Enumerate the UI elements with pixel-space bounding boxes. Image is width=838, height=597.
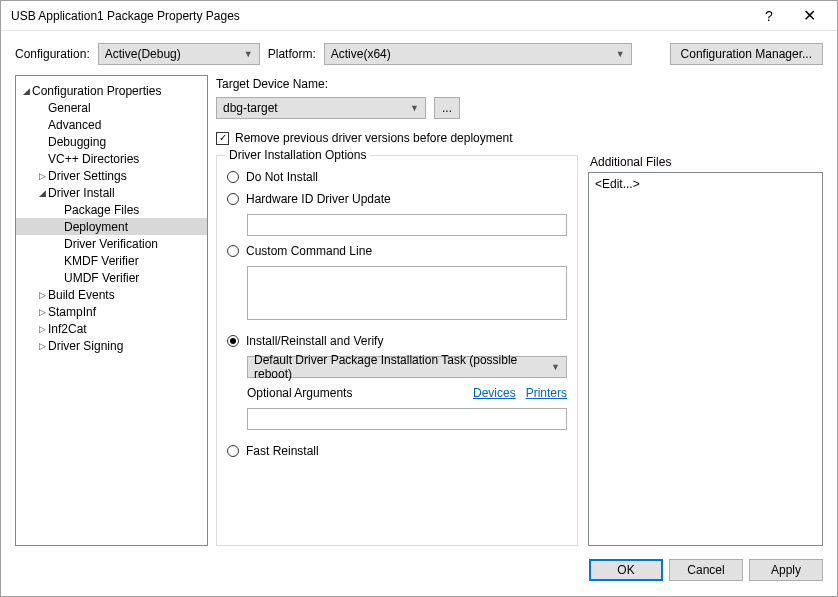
- tree-item-label: StampInf: [48, 305, 96, 319]
- close-button[interactable]: ✕: [789, 2, 829, 30]
- tree-item-label: Inf2Cat: [48, 322, 87, 336]
- expand-collapse-icon[interactable]: ◢: [36, 188, 48, 198]
- expand-collapse-icon[interactable]: ▷: [36, 290, 48, 300]
- hardware-id-input[interactable]: [247, 214, 567, 236]
- expand-collapse-icon[interactable]: ▷: [36, 324, 48, 334]
- tree-item[interactable]: ▷Build Events: [16, 286, 207, 303]
- tree-item-label: Advanced: [48, 118, 101, 132]
- tree-item-label: Deployment: [64, 220, 128, 234]
- configuration-label: Configuration:: [15, 47, 90, 61]
- title-bar: USB Application1 Package Property Pages …: [1, 1, 837, 31]
- optional-args-label: Optional Arguments: [247, 386, 352, 400]
- remove-previous-label: Remove previous driver versions before d…: [235, 131, 512, 145]
- expand-collapse-icon[interactable]: ◢: [20, 86, 32, 96]
- radio-install-reinstall[interactable]: [227, 335, 239, 347]
- radio-hardware-id[interactable]: [227, 193, 239, 205]
- tree-item[interactable]: KMDF Verifier: [16, 252, 207, 269]
- property-tree[interactable]: ◢ Configuration Properties GeneralAdvanc…: [15, 75, 208, 546]
- printers-link[interactable]: Printers: [526, 386, 567, 400]
- tree-item[interactable]: ▷Driver Settings: [16, 167, 207, 184]
- radio-do-not-install[interactable]: [227, 171, 239, 183]
- tree-item[interactable]: Driver Verification: [16, 235, 207, 252]
- configuration-manager-button[interactable]: Configuration Manager...: [670, 43, 823, 65]
- radio-custom-cmd[interactable]: [227, 245, 239, 257]
- tree-item-label: UMDF Verifier: [64, 271, 139, 285]
- content-pane: Target Device Name: dbg-target ▼ ... ✓ R…: [216, 75, 823, 546]
- configuration-combo[interactable]: Active(Debug) ▼: [98, 43, 260, 65]
- window-title: USB Application1 Package Property Pages: [11, 9, 749, 23]
- tree-item[interactable]: ▷StampInf: [16, 303, 207, 320]
- platform-label: Platform:: [268, 47, 316, 61]
- configuration-bar: Configuration: Active(Debug) ▼ Platform:…: [1, 31, 837, 75]
- cancel-button[interactable]: Cancel: [669, 559, 743, 581]
- tree-item-label: Driver Install: [48, 186, 115, 200]
- target-device-label: Target Device Name:: [216, 77, 823, 91]
- additional-files-list[interactable]: <Edit...>: [588, 172, 823, 546]
- platform-combo[interactable]: Active(x64) ▼: [324, 43, 632, 65]
- ok-button[interactable]: OK: [589, 559, 663, 581]
- tree-item[interactable]: ▷Driver Signing: [16, 337, 207, 354]
- remove-previous-checkbox[interactable]: ✓: [216, 132, 229, 145]
- target-device-combo[interactable]: dbg-target ▼: [216, 97, 426, 119]
- tree-item[interactable]: UMDF Verifier: [16, 269, 207, 286]
- tree-root[interactable]: ◢ Configuration Properties: [16, 82, 207, 99]
- tree-item[interactable]: Debugging: [16, 133, 207, 150]
- tree-item[interactable]: General: [16, 99, 207, 116]
- tree-item-label: Driver Signing: [48, 339, 123, 353]
- chevron-down-icon: ▼: [244, 49, 253, 59]
- tree-item[interactable]: ◢Driver Install: [16, 184, 207, 201]
- expand-collapse-icon[interactable]: ▷: [36, 307, 48, 317]
- tree-item[interactable]: Advanced: [16, 116, 207, 133]
- chevron-down-icon: ▼: [616, 49, 625, 59]
- help-button[interactable]: ?: [749, 2, 789, 30]
- tree-item[interactable]: Package Files: [16, 201, 207, 218]
- tree-item-label: General: [48, 101, 91, 115]
- tree-item-label: Driver Verification: [64, 237, 158, 251]
- tree-item-label: Package Files: [64, 203, 139, 217]
- driver-install-options-group: Driver Installation Options Do Not Insta…: [216, 155, 578, 546]
- optional-args-input[interactable]: [247, 408, 567, 430]
- dialog-footer: OK Cancel Apply: [1, 556, 837, 596]
- tree-item-label: KMDF Verifier: [64, 254, 139, 268]
- chevron-down-icon: ▼: [551, 362, 560, 372]
- chevron-down-icon: ▼: [410, 103, 419, 113]
- tree-item-label: VC++ Directories: [48, 152, 139, 166]
- expand-collapse-icon[interactable]: ▷: [36, 341, 48, 351]
- devices-link[interactable]: Devices: [473, 386, 516, 400]
- browse-target-button[interactable]: ...: [434, 97, 460, 119]
- tree-item[interactable]: Deployment: [16, 218, 207, 235]
- tree-item[interactable]: ▷Inf2Cat: [16, 320, 207, 337]
- tree-item-label: Debugging: [48, 135, 106, 149]
- custom-cmd-input[interactable]: [247, 266, 567, 320]
- install-task-combo[interactable]: Default Driver Package Installation Task…: [247, 356, 567, 378]
- additional-files-label: Additional Files: [590, 155, 823, 169]
- expand-collapse-icon[interactable]: ▷: [36, 171, 48, 181]
- tree-item[interactable]: VC++ Directories: [16, 150, 207, 167]
- tree-item-label: Driver Settings: [48, 169, 127, 183]
- apply-button[interactable]: Apply: [749, 559, 823, 581]
- tree-item-label: Build Events: [48, 288, 115, 302]
- radio-fast-reinstall[interactable]: [227, 445, 239, 457]
